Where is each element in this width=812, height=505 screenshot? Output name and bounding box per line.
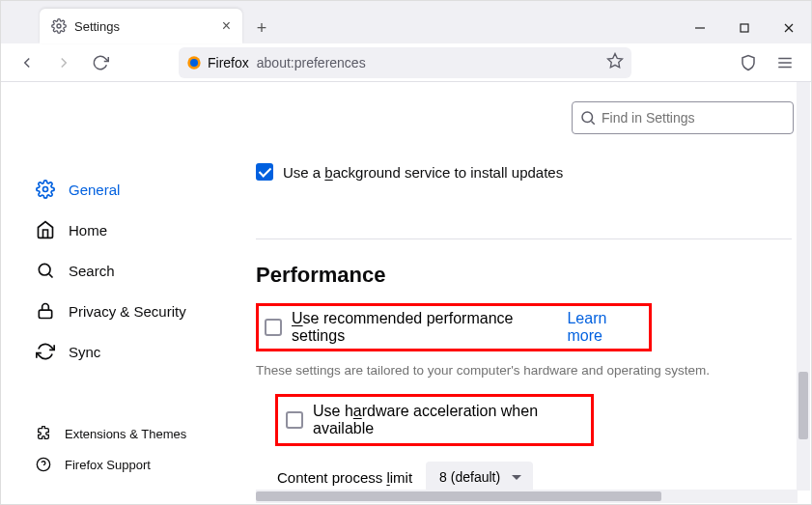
sidebar-item-label: Search — [69, 263, 115, 279]
content-process-select[interactable]: 8 (default) — [426, 462, 533, 492]
help-icon — [36, 457, 51, 472]
svg-point-6 — [190, 59, 198, 67]
scrollbar-thumb[interactable] — [256, 491, 661, 501]
sidebar-item-label: Privacy & Security — [69, 303, 186, 320]
bookmark-star-icon[interactable] — [606, 52, 624, 72]
maximize-button[interactable] — [722, 13, 767, 43]
app-menu-button[interactable] — [769, 46, 801, 79]
brand-label: Firefox — [208, 55, 249, 70]
sidebar-item-sync[interactable]: Sync — [36, 331, 233, 372]
tailored-desc: These settings are tailored to your comp… — [256, 361, 792, 380]
reload-button[interactable] — [84, 46, 117, 79]
recommended-settings-label: Use recommended performance settings — [292, 310, 559, 345]
protections-button[interactable] — [732, 46, 765, 79]
gear-icon — [51, 18, 67, 34]
browser-tab[interactable]: Settings × — [40, 9, 242, 43]
back-button[interactable] — [11, 46, 43, 79]
settings-main: Use a background service to install upda… — [233, 82, 811, 504]
minimize-button[interactable] — [678, 13, 722, 43]
highlight-hwaccel: Use hardware acceleration when available — [275, 394, 594, 446]
content: General Home Search Privacy & Security S… — [1, 82, 811, 504]
puzzle-icon — [36, 426, 51, 441]
close-window-button[interactable] — [767, 13, 811, 43]
svg-line-15 — [49, 274, 53, 278]
svg-point-13 — [43, 187, 48, 192]
toolbar: Firefox about:preferences — [1, 43, 811, 82]
performance-heading: Performance — [256, 263, 792, 288]
content-process-row: Content process limit 8 (default) — [277, 462, 792, 492]
sidebar-item-search[interactable]: Search — [36, 250, 233, 291]
background-service-checkbox[interactable] — [256, 163, 273, 181]
hwaccel-checkbox[interactable] — [286, 411, 303, 429]
sidebar-item-extensions[interactable]: Extensions & Themes — [36, 418, 233, 449]
sidebar-item-general[interactable]: General — [36, 169, 233, 210]
close-tab-icon[interactable]: × — [222, 17, 231, 35]
recommended-settings-checkbox[interactable] — [265, 319, 282, 336]
home-icon — [36, 220, 55, 239]
lock-icon — [36, 301, 55, 321]
sidebar-item-label: Firefox Support — [65, 458, 151, 472]
new-tab-button[interactable]: + — [246, 13, 277, 43]
svg-marker-7 — [608, 54, 623, 68]
background-service-row: Use a background service to install upda… — [256, 163, 792, 181]
sidebar-item-support[interactable]: Firefox Support — [36, 449, 233, 480]
horizontal-scrollbar[interactable] — [256, 490, 798, 503]
learn-more-link[interactable]: Learn more — [567, 310, 643, 345]
sidebar-item-privacy[interactable]: Privacy & Security — [36, 291, 233, 331]
sidebar-item-label: Extensions & Themes — [65, 427, 186, 441]
sidebar-item-label: Sync — [69, 344, 100, 360]
svg-rect-2 — [741, 24, 748, 32]
content-process-label: Content process limit — [277, 469, 412, 486]
svg-point-14 — [39, 264, 50, 275]
svg-point-0 — [57, 24, 61, 28]
sidebar-item-label: General — [69, 182, 120, 198]
forward-button[interactable] — [47, 46, 80, 79]
gear-icon — [36, 180, 55, 199]
firefox-identity: Firefox — [186, 55, 249, 70]
search-icon — [36, 261, 55, 280]
section-divider — [256, 238, 792, 239]
scrollbar-thumb[interactable] — [798, 372, 808, 439]
tab-title: Settings — [74, 19, 120, 34]
firefox-icon — [186, 55, 202, 70]
sidebar: General Home Search Privacy & Security S… — [1, 82, 233, 504]
sidebar-item-home[interactable]: Home — [36, 210, 233, 250]
url-bar[interactable]: Firefox about:preferences — [179, 47, 631, 78]
content-process-value: 8 (default) — [439, 469, 500, 485]
background-service-label: Use a background service to install upda… — [283, 164, 563, 181]
vertical-scrollbar[interactable] — [797, 82, 810, 491]
highlight-recommended: Use recommended performance settings Lea… — [256, 303, 652, 351]
sidebar-item-label: Home — [69, 222, 107, 238]
titlebar: Settings × + — [1, 1, 811, 43]
window-controls — [678, 13, 811, 43]
url-text: about:preferences — [257, 55, 366, 70]
hwaccel-label: Use hardware acceleration when available — [313, 403, 583, 437]
sync-icon — [36, 342, 55, 361]
svg-rect-16 — [39, 310, 51, 318]
